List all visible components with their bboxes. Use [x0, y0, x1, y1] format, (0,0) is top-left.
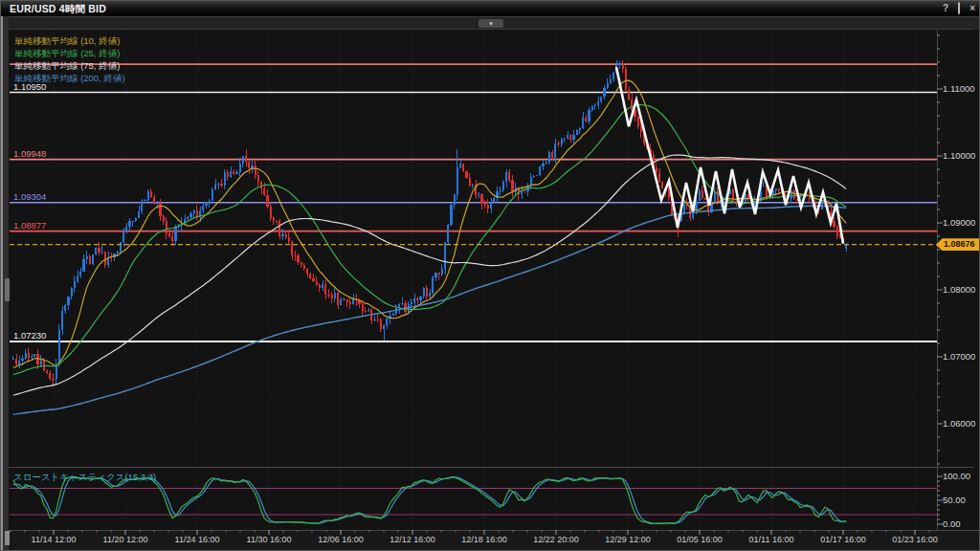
time-axis-label: 01/05 16:00: [666, 535, 733, 544]
price-axis-label: 1.10000: [943, 150, 975, 161]
stoch-axis-label: 50.00: [943, 495, 966, 505]
time-axis-label: 11/20 12:00: [92, 535, 159, 544]
price-axis-label: 1.11000: [943, 83, 975, 94]
chart-window: EUR/USD 4時間 BID ? × ▾ 1.110001.100001.09…: [0, 0, 980, 551]
time-axis-label: 12/06 16:00: [307, 535, 374, 544]
rail-footer-mark: [5, 531, 10, 545]
legend-item-sma-200: 単純移動平均線 (200, 終値): [14, 73, 125, 85]
time-axis-label: 11/24 16:00: [164, 535, 231, 544]
price-axis-label: 1.08000: [943, 284, 975, 295]
time-axis-label: 11/30 16:00: [235, 535, 302, 544]
level-line-label: 1.09304: [13, 191, 46, 202]
stoch-axis-label: 0.00: [943, 518, 961, 529]
time-axis-label: 11/14 12:00: [20, 535, 87, 544]
time-axis-label: 12/18 16:00: [451, 535, 518, 544]
legend-item-sma-10: 単純移動平均線 (10, 終値): [14, 35, 120, 48]
time-axis-label: 01/11 16:00: [738, 535, 805, 544]
price-axis-label: 1.09000: [943, 217, 975, 228]
price-axis-label: 1.07000: [943, 351, 975, 362]
time-axis-label: 01/17 16:00: [810, 535, 877, 544]
price-axis-label: 1.06000: [943, 418, 975, 429]
time-axis-label: 12/12 16:00: [379, 535, 446, 544]
chart-area[interactable]: 1.110001.100001.090001.080001.070001.060…: [1, 1, 980, 551]
legend-item-sma-75: 単純移動平均線 (75, 終値): [14, 60, 120, 73]
time-axis-label: 12/22 20:00: [523, 535, 590, 544]
stoch-indicator-label: スローストキャスティクス(15,3,3): [13, 472, 156, 484]
side-panel-rail: [1, 16, 9, 551]
level-line-label: 1.08877: [13, 220, 46, 231]
level-line-label: 1.09948: [13, 148, 46, 159]
chart-canvas[interactable]: [1, 1, 980, 551]
panel-splitter-handle[interactable]: [5, 278, 10, 301]
time-axis-label: 12/29 12:00: [594, 535, 661, 544]
current-price-badge: 1.08676: [936, 238, 980, 251]
stoch-axis-label: 100.00: [943, 471, 970, 481]
time-axis-label: 01/23 16:00: [881, 535, 948, 544]
level-line-label: 1.07230: [13, 330, 46, 341]
legend-item-sma-25: 単純移動平均線 (25, 終値): [14, 48, 120, 60]
